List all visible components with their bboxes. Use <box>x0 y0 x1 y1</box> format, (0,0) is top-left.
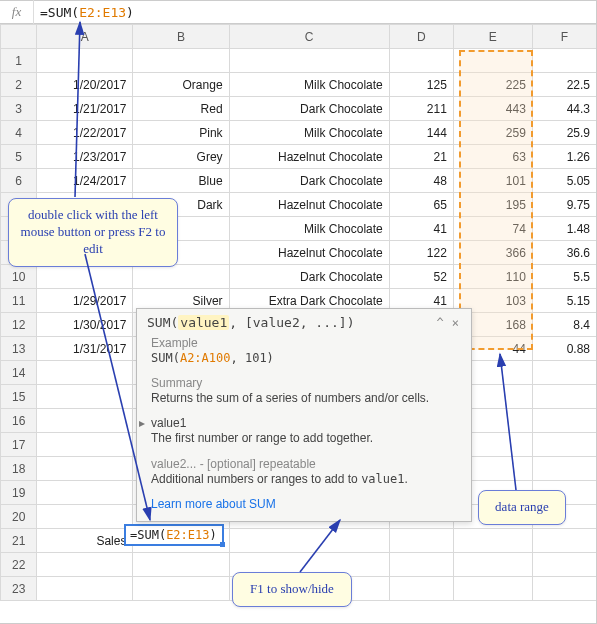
cell[interactable]: 1/21/2017 <box>37 97 133 121</box>
row-header[interactable]: 23 <box>1 577 37 601</box>
cell[interactable]: 225 <box>453 73 532 97</box>
cell[interactable]: 1/30/2017 <box>37 313 133 337</box>
cell[interactable]: 5.5 <box>532 265 596 289</box>
cell[interactable] <box>37 385 133 409</box>
cell[interactable] <box>37 265 133 289</box>
row-header[interactable]: 13 <box>1 337 37 361</box>
fx-icon[interactable]: fx <box>0 0 34 24</box>
cell[interactable]: Red <box>133 97 229 121</box>
row-header[interactable]: 21 <box>1 529 37 553</box>
cell[interactable] <box>37 553 133 577</box>
cell[interactable]: 1/23/2017 <box>37 145 133 169</box>
cell[interactable]: 63 <box>453 145 532 169</box>
cell[interactable]: Discount <box>532 49 596 73</box>
row-header[interactable]: 19 <box>1 481 37 505</box>
col-header-F[interactable]: F <box>532 25 596 49</box>
cell[interactable]: 41 <box>389 217 453 241</box>
cell[interactable]: 1.26 <box>532 145 596 169</box>
row-header[interactable]: 6 <box>1 169 37 193</box>
cell[interactable]: Dark Chocolate <box>229 97 389 121</box>
cell[interactable]: Blue <box>133 169 229 193</box>
cell[interactable] <box>37 457 133 481</box>
cell[interactable]: 125 <box>389 73 453 97</box>
cell[interactable]: Milk Chocolate <box>229 121 389 145</box>
cell[interactable] <box>532 457 596 481</box>
row-header[interactable]: 20 <box>1 505 37 529</box>
col-header-C[interactable]: C <box>229 25 389 49</box>
corner-cell[interactable] <box>1 25 37 49</box>
cell[interactable] <box>453 529 532 553</box>
cell[interactable]: 110 <box>453 265 532 289</box>
cell[interactable] <box>37 409 133 433</box>
active-formula-cell[interactable]: =SUM(E2:E13) <box>124 524 224 546</box>
cell[interactable]: 21 <box>389 145 453 169</box>
cell[interactable] <box>389 577 453 601</box>
cell[interactable] <box>37 481 133 505</box>
cell[interactable]: 1/31/2017 <box>37 337 133 361</box>
cell[interactable]: 44.3 <box>532 97 596 121</box>
row-header[interactable]: 16 <box>1 409 37 433</box>
formula-bar-input[interactable]: =SUM(E2:E13) <box>34 5 596 20</box>
cell[interactable]: 48 <box>389 169 453 193</box>
tooltip-close-icon[interactable]: × <box>448 316 463 330</box>
cell[interactable] <box>532 433 596 457</box>
cell[interactable] <box>532 577 596 601</box>
col-header-A[interactable]: A <box>37 25 133 49</box>
cell[interactable]: Product <box>229 49 389 73</box>
row-header[interactable]: 22 <box>1 553 37 577</box>
cell[interactable]: 211 <box>389 97 453 121</box>
row-header[interactable]: 12 <box>1 313 37 337</box>
cell[interactable]: 443 <box>453 97 532 121</box>
row-header[interactable]: 3 <box>1 97 37 121</box>
col-header-E[interactable]: E <box>453 25 532 49</box>
cell[interactable] <box>532 385 596 409</box>
cell[interactable]: Pink <box>133 121 229 145</box>
row-header[interactable]: 5 <box>1 145 37 169</box>
tooltip-collapse-icon[interactable]: ^ <box>433 316 448 330</box>
cell[interactable] <box>389 529 453 553</box>
cell[interactable]: 22.5 <box>532 73 596 97</box>
cell[interactable] <box>532 361 596 385</box>
cell[interactable]: Grey <box>133 145 229 169</box>
cell[interactable]: 65 <box>389 193 453 217</box>
cell[interactable]: 144 <box>389 121 453 145</box>
cell[interactable] <box>532 529 596 553</box>
col-header-D[interactable]: D <box>389 25 453 49</box>
cell[interactable]: Hazelnut Chocolate <box>229 193 389 217</box>
cell[interactable]: Quantity <box>389 49 453 73</box>
cell[interactable]: Orange <box>133 73 229 97</box>
cell[interactable] <box>37 433 133 457</box>
row-header[interactable]: 14 <box>1 361 37 385</box>
cell[interactable]: 36.6 <box>532 241 596 265</box>
cell[interactable]: 8.4 <box>532 313 596 337</box>
row-header[interactable]: 18 <box>1 457 37 481</box>
cell[interactable]: Hazelnut Chocolate <box>229 145 389 169</box>
cell[interactable]: Customer <box>133 49 229 73</box>
row-header[interactable]: 2 <box>1 73 37 97</box>
row-header[interactable]: 17 <box>1 433 37 457</box>
cell[interactable]: 259 <box>453 121 532 145</box>
cell[interactable]: Milk Chocolate <box>229 73 389 97</box>
cell[interactable]: 1/22/2017 <box>37 121 133 145</box>
cell[interactable] <box>532 553 596 577</box>
tooltip-expand-icon[interactable]: ▸ <box>139 416 145 430</box>
cell[interactable]: 1/20/2017 <box>37 73 133 97</box>
row-header[interactable]: 15 <box>1 385 37 409</box>
cell[interactable]: Hazelnut Chocolate <box>229 241 389 265</box>
tooltip-learn-more-link[interactable]: Learn more about SUM <box>151 497 276 511</box>
cell[interactable]: 366 <box>453 241 532 265</box>
cell[interactable]: 1/24/2017 <box>37 169 133 193</box>
cell[interactable]: Total Sales <box>453 49 532 73</box>
cell[interactable]: 1.48 <box>532 217 596 241</box>
cell[interactable] <box>37 577 133 601</box>
cell[interactable]: Dark Chocolate <box>229 169 389 193</box>
cell[interactable]: 25.9 <box>532 121 596 145</box>
cell[interactable]: 5.05 <box>532 169 596 193</box>
cell[interactable]: Milk Chocolate <box>229 217 389 241</box>
cell[interactable]: Date <box>37 49 133 73</box>
cell[interactable] <box>229 529 389 553</box>
cell[interactable]: Sales <box>37 529 133 553</box>
cell[interactable]: 101 <box>453 169 532 193</box>
cell[interactable]: 195 <box>453 193 532 217</box>
cell[interactable] <box>37 361 133 385</box>
